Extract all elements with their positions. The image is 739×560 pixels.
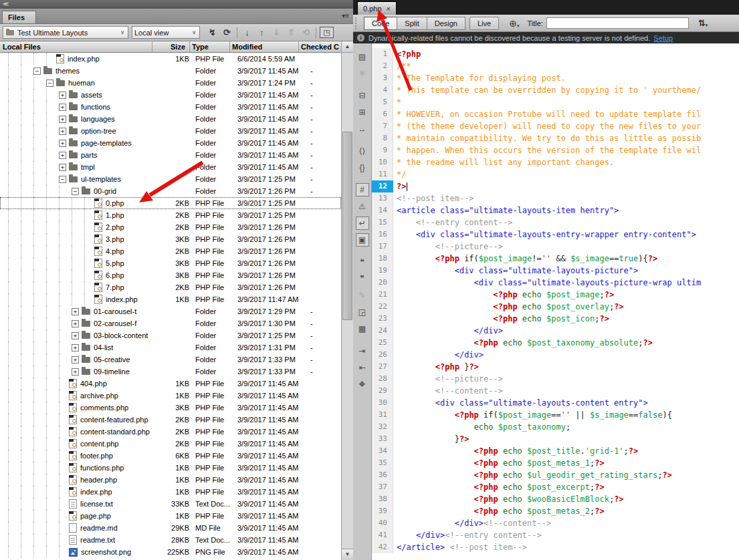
code-line[interactable]: 34 <?php echo $post_title.'grid-1';?> bbox=[372, 445, 739, 457]
collapse-icon[interactable]: − bbox=[72, 188, 79, 195]
view-button-design[interactable]: Design bbox=[427, 17, 465, 30]
code-line[interactable]: 18 <?php if($post_image!='' && $s_image=… bbox=[372, 253, 739, 265]
get-files-icon[interactable]: ↓ bbox=[241, 27, 253, 37]
expand-icon[interactable]: + bbox=[59, 116, 66, 123]
expand-icon[interactable]: + bbox=[72, 320, 79, 327]
code-line[interactable]: 2/** bbox=[372, 60, 739, 72]
table-row[interactable]: screenshot.png225KBPNG File3/9/2017 11:4… bbox=[0, 546, 341, 558]
syntax-error-alerts-icon[interactable]: ▣ bbox=[356, 233, 369, 247]
column-header-modified[interactable]: Modified bbox=[229, 41, 298, 52]
code-line[interactable]: 41 </div><!--entry content--> bbox=[372, 529, 739, 541]
outdent-code-icon[interactable]: ⇤ bbox=[356, 361, 369, 374]
view-dropdown[interactable]: Local view ∨ bbox=[132, 26, 200, 39]
file-management-icon[interactable]: ⇅▾ bbox=[698, 18, 708, 28]
expand-icon[interactable]: + bbox=[72, 308, 79, 315]
expand-icon[interactable]: + bbox=[59, 128, 66, 135]
collapse-icon[interactable]: − bbox=[59, 176, 66, 183]
column-header-size[interactable]: Size bbox=[152, 41, 189, 52]
code-line[interactable]: 42</article> <!--post item--> bbox=[372, 541, 739, 553]
code-line[interactable]: 33 }?> bbox=[372, 433, 739, 445]
code-line[interactable]: 30 <div class="ultimate-layouts-content … bbox=[372, 397, 739, 409]
table-row[interactable]: footer.php6KBPHP File3/9/2017 11:45 AM bbox=[0, 450, 341, 462]
table-row[interactable]: +functionsFolder3/9/2017 11:45 AM- bbox=[0, 101, 341, 113]
table-row[interactable]: 1.php2KBPHP File3/9/2017 1:25 PM bbox=[0, 209, 341, 221]
expand-panel-icon[interactable]: ◳ bbox=[320, 27, 334, 38]
refresh-icon[interactable]: ⟳ bbox=[221, 27, 233, 37]
code-line[interactable]: 11*/ bbox=[372, 168, 739, 180]
code-line[interactable]: 10* the readme will list any important c… bbox=[372, 156, 739, 168]
table-row[interactable]: content-standard.php2KBPHP File3/9/2017 … bbox=[0, 426, 341, 438]
table-row[interactable]: 7.php2KBPHP File3/9/2017 1:26 PM bbox=[0, 281, 341, 293]
balance-braces-icon[interactable]: {} bbox=[356, 161, 369, 174]
code-line[interactable]: 21 <?php echo $post_image;?> bbox=[372, 289, 739, 301]
table-row[interactable]: +tmplFolder3/9/2017 11:45 AM- bbox=[0, 161, 341, 173]
table-row[interactable]: 5.php3KBPHP File3/9/2017 1:26 PM bbox=[0, 257, 341, 269]
connect-to-server-icon[interactable]: ↯ bbox=[206, 27, 219, 37]
table-row[interactable]: header.php1KBPHP File3/9/2017 11:45 AM bbox=[0, 474, 341, 486]
put-files-icon[interactable]: ↑ bbox=[255, 27, 268, 37]
site-dropdown[interactable]: Test Ultimate Layouts ∨ bbox=[3, 26, 128, 39]
expand-icon[interactable]: + bbox=[59, 140, 66, 147]
table-row[interactable]: +03-block-contentFolder3/9/2017 1:25 PM- bbox=[0, 329, 341, 341]
code-line[interactable]: 12?> bbox=[372, 180, 739, 192]
recent-snippets-icon[interactable]: ◲ bbox=[356, 305, 369, 319]
expand-icon[interactable]: + bbox=[59, 104, 66, 111]
code-line[interactable]: 28 <!--picture--> bbox=[372, 373, 739, 385]
code-line[interactable]: 3* The Template for displaying post. bbox=[372, 72, 739, 84]
expand-icon[interactable]: + bbox=[59, 152, 66, 159]
table-row[interactable]: +09-timelineFolder3/9/2017 1:33 PM- bbox=[0, 366, 341, 378]
expand-icon[interactable]: + bbox=[72, 344, 79, 352]
code-line[interactable]: 37 <?php echo $post_excerpt;?> bbox=[372, 481, 739, 493]
code-line[interactable]: 35 <?php echo $post_metas_1;?> bbox=[372, 457, 739, 469]
title-input[interactable] bbox=[546, 17, 689, 29]
collapse-icon[interactable]: − bbox=[46, 80, 54, 87]
code-line[interactable]: 27 <?php }?> bbox=[372, 361, 739, 373]
code-line[interactable]: 7* (the theme developer) will need to co… bbox=[372, 120, 739, 132]
toolbar-grip-handle[interactable] bbox=[355, 17, 360, 29]
table-row[interactable]: license.txt33KBText Doc...3/9/2017 11:45… bbox=[0, 498, 341, 510]
code-line[interactable]: 38 <?php echo $wooBasicElmBlock;?> bbox=[372, 493, 739, 505]
line-numbers-icon[interactable]: # bbox=[356, 183, 369, 196]
expand-icon[interactable]: + bbox=[59, 164, 66, 171]
format-source-icon[interactable]: ❖ bbox=[356, 378, 369, 391]
collapse-full-tag-icon[interactable]: ⊟ bbox=[356, 89, 369, 102]
code-line[interactable]: 16 <div class="ultimate-layouts-entry-wr… bbox=[372, 229, 739, 241]
table-row[interactable]: 404.php1KBPHP File3/9/2017 11:45 AM bbox=[0, 378, 341, 390]
preview-globe-icon[interactable]: ⊕▾ bbox=[509, 18, 519, 29]
scrollbar-thumb[interactable] bbox=[342, 132, 352, 320]
panel-menu-icon[interactable]: ▾≡ bbox=[342, 12, 349, 19]
table-row[interactable]: page.php1KBPHP File3/9/2017 11:45 AM bbox=[0, 510, 341, 522]
table-row[interactable]: 4.php2KBPHP File3/9/2017 1:26 PM bbox=[0, 245, 341, 257]
table-row[interactable]: +05-creativeFolder3/9/2017 1:33 PM- bbox=[0, 354, 341, 366]
code-line[interactable]: 13<!--post item--> bbox=[372, 192, 739, 204]
code-line[interactable]: 19 <div class="ultimate-layouts-picture"… bbox=[372, 265, 739, 277]
table-row[interactable]: −huemanFolder3/9/2017 1:24 PM- bbox=[0, 77, 341, 89]
code-line[interactable]: 22 <?php echo $post_overlay;?> bbox=[372, 301, 739, 313]
expand-icon[interactable]: + bbox=[59, 92, 66, 99]
table-row[interactable]: +option-treeFolder3/9/2017 11:45 AM- bbox=[0, 125, 341, 137]
table-row[interactable]: −00-gridFolder3/9/2017 1:26 PM- bbox=[0, 185, 341, 197]
tab-files[interactable]: Files bbox=[2, 11, 36, 23]
code-line[interactable]: 8* maintain compatibility. We try to do … bbox=[372, 132, 739, 144]
code-line[interactable]: 29 <!--content--> bbox=[372, 385, 739, 397]
scroll-down-icon[interactable]: ▼ bbox=[342, 549, 353, 560]
code-line[interactable]: 17 <!--picture--> bbox=[372, 241, 739, 253]
move-css-icon[interactable]: ▦ bbox=[356, 322, 369, 335]
code-line[interactable]: 6* HOWEVER, on occasion Protube will nee… bbox=[372, 108, 739, 120]
table-row[interactable]: functions.php1KBPHP File3/9/2017 11:45 A… bbox=[0, 462, 341, 474]
table-row[interactable]: 2.php2KBPHP File3/9/2017 1:26 PM bbox=[0, 221, 341, 233]
highlight-invalid-code-icon[interactable]: ⚠ bbox=[356, 200, 369, 213]
table-row[interactable]: −ul-templatesFolder3/9/2017 1:25 PM- bbox=[0, 173, 341, 185]
code-line[interactable]: 1<?php bbox=[372, 48, 739, 60]
table-row[interactable]: readme.txt28KBText Doc...3/9/2017 11:45 … bbox=[0, 534, 341, 546]
code-line[interactable]: 26 </div> bbox=[372, 349, 739, 361]
open-documents-icon[interactable]: ▤ bbox=[356, 50, 369, 63]
table-row[interactable]: 6.php3KBPHP File3/9/2017 1:26 PM bbox=[0, 269, 341, 281]
collapse-icon[interactable]: − bbox=[33, 67, 41, 75]
table-row[interactable]: +assetsFolder3/9/2017 11:45 AM- bbox=[0, 89, 341, 101]
view-button-code[interactable]: Code bbox=[364, 17, 397, 30]
files-scrollbar[interactable]: ▲ ▼ bbox=[341, 41, 353, 560]
table-row[interactable]: readme.md29KBMD File3/9/2017 11:45 AM bbox=[0, 522, 341, 534]
table-row[interactable]: +01-carousel-tFolder3/9/2017 1:29 PM- bbox=[0, 305, 341, 317]
scroll-up-icon[interactable]: ▲ bbox=[342, 41, 353, 53]
